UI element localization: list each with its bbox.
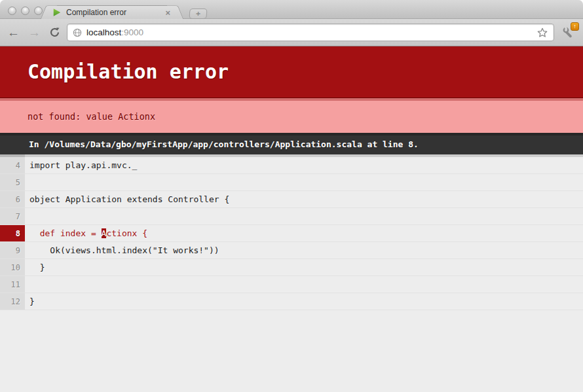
error-location: In /Volumes/Data/gbo/myFirstApp/app/cont… xyxy=(0,133,583,154)
error-marker: A xyxy=(102,228,107,238)
line-number: 11 xyxy=(0,276,25,293)
code-line: 8 def index = Actionx { xyxy=(0,225,583,242)
line-number: 7 xyxy=(0,208,25,224)
new-tab-button[interactable]: + xyxy=(189,9,207,19)
reload-button[interactable] xyxy=(48,26,61,39)
bookmark-star-icon[interactable] xyxy=(536,27,548,39)
browser-window: Compilation error × + ← → localhost xyxy=(0,0,583,392)
browser-tab[interactable]: Compilation error × xyxy=(48,5,176,19)
code-line: 10 } xyxy=(0,259,583,276)
code-text: } xyxy=(25,259,45,276)
error-page: Compilation error not found: value Actio… xyxy=(0,46,583,392)
window-controls xyxy=(8,7,43,15)
code-text: def index = Actionx { xyxy=(25,225,147,241)
line-number: 10 xyxy=(0,259,25,276)
play-favicon-icon xyxy=(52,8,62,17)
code-line: 9 Ok(views.html.index("It works!")) xyxy=(0,242,583,259)
code-text: import play.api.mvc._ xyxy=(25,157,137,173)
globe-icon xyxy=(73,28,82,37)
wrench-menu-button[interactable]: ↑ xyxy=(560,24,577,41)
back-button[interactable]: ← xyxy=(6,26,21,39)
code-line: 7 xyxy=(0,208,583,225)
up-arrow-icon: ↑ xyxy=(573,24,576,29)
zoom-window-button[interactable] xyxy=(34,7,43,15)
error-detail: not found: value Actionx xyxy=(0,98,583,133)
code-line: 5 xyxy=(0,174,583,191)
close-window-button[interactable] xyxy=(8,7,16,15)
tab-close-icon[interactable]: × xyxy=(164,9,172,17)
plus-icon: + xyxy=(196,10,201,18)
code-text xyxy=(25,276,29,293)
update-badge: ↑ xyxy=(571,22,579,31)
code-line: 11 xyxy=(0,276,583,293)
url-host: localhost xyxy=(86,27,121,37)
browser-toolbar: ← → localhost :9000 xyxy=(0,19,583,46)
line-number: 8 xyxy=(0,225,25,241)
code-line: 6object Application extends Controller { xyxy=(0,191,583,208)
minimize-window-button[interactable] xyxy=(21,7,29,15)
forward-button[interactable]: → xyxy=(27,26,42,39)
line-number: 4 xyxy=(0,157,25,173)
code-text: Ok(views.html.index("It works!")) xyxy=(25,242,219,258)
line-number: 9 xyxy=(0,242,25,258)
line-number: 6 xyxy=(0,191,25,207)
address-bar[interactable]: localhost :9000 xyxy=(67,24,554,41)
code-line: 4import play.api.mvc._ xyxy=(0,157,583,174)
code-text: } xyxy=(25,293,35,310)
code-text: object Application extends Controller { xyxy=(25,191,229,207)
url-port: :9000 xyxy=(121,27,143,37)
reload-icon xyxy=(49,27,60,38)
code-text xyxy=(25,208,29,224)
titlebar[interactable]: Compilation error × + xyxy=(0,0,583,19)
code-block: 4import play.api.mvc._56object Applicati… xyxy=(0,157,583,310)
tab-title: Compilation error xyxy=(66,8,164,17)
page-title: Compilation error xyxy=(0,46,583,98)
code-text xyxy=(25,174,29,190)
line-number: 12 xyxy=(0,293,25,310)
code-line: 12} xyxy=(0,293,583,310)
line-number: 5 xyxy=(0,174,25,190)
